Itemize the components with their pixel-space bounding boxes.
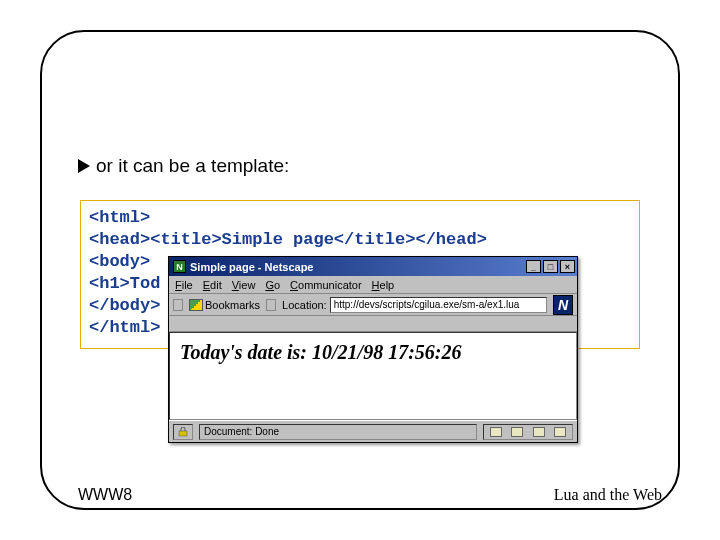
status-tray-icon[interactable] [554, 427, 566, 437]
page-heading: Today's date is: 10/21/98 17:56:26 [180, 341, 566, 364]
menu-bar: File Edit View Go Communicator Help [169, 276, 577, 294]
menu-file[interactable]: File [175, 279, 193, 291]
window-controls: _ □ × [526, 260, 575, 273]
netscape-app-icon: N [173, 260, 186, 273]
status-bar: Document: Done [169, 420, 577, 442]
links-bar [169, 316, 577, 332]
toolbar-grip-icon[interactable] [173, 299, 183, 311]
location-input[interactable]: http://devs/scripts/cgilua.exe/sm-a/ex1.… [330, 297, 547, 313]
bullet-text: or it can be a template: [96, 155, 289, 177]
footer-left: WWW8 [78, 486, 132, 504]
code-line: <h1>Tod [89, 274, 160, 293]
bullet-item: or it can be a template: [78, 155, 289, 177]
svg-rect-1 [179, 431, 187, 436]
window-title: Simple page - Netscape [190, 261, 522, 273]
menu-edit[interactable]: Edit [203, 279, 222, 291]
maximize-button[interactable]: □ [543, 260, 558, 273]
code-line: <head><title>Simple page</title></head> [89, 230, 487, 249]
menu-communicator[interactable]: Communicator [290, 279, 362, 291]
bookmarks-icon [189, 299, 203, 311]
code-line: </body> [89, 296, 160, 315]
browser-content: Today's date is: 10/21/98 17:56:26 [169, 332, 577, 420]
location-bar: Location: http://devs/scripts/cgilua.exe… [282, 297, 547, 313]
toolbar: Bookmarks Location: http://devs/scripts/… [169, 294, 577, 316]
status-text: Document: Done [199, 424, 477, 440]
netscape-logo-icon: N [553, 295, 573, 315]
menu-go[interactable]: Go [265, 279, 280, 291]
svg-marker-0 [78, 159, 90, 173]
bullet-arrow-icon [78, 159, 90, 173]
code-line: </html> [89, 318, 160, 337]
location-value: http://devs/scripts/cgilua.exe/sm-a/ex1.… [334, 299, 520, 310]
menu-help[interactable]: Help [372, 279, 395, 291]
status-message: Document: Done [204, 426, 279, 437]
bookmarks-label: Bookmarks [205, 299, 260, 311]
menu-view[interactable]: View [232, 279, 256, 291]
drag-handle-icon[interactable] [266, 299, 276, 311]
footer-right: Lua and the Web [554, 486, 662, 504]
code-line: <html> [89, 208, 150, 227]
minimize-button[interactable]: _ [526, 260, 541, 273]
status-tray-icon[interactable] [533, 427, 545, 437]
status-tray [483, 424, 573, 440]
close-button[interactable]: × [560, 260, 575, 273]
code-line: <body> [89, 252, 150, 271]
location-label: Location: [282, 299, 327, 311]
status-tray-icon[interactable] [511, 427, 523, 437]
bookmarks-button[interactable]: Bookmarks [189, 299, 260, 311]
title-bar: N Simple page - Netscape _ □ × [169, 257, 577, 276]
status-tray-icon[interactable] [490, 427, 502, 437]
netscape-window: N Simple page - Netscape _ □ × File Edit… [168, 256, 578, 443]
security-lock-icon[interactable] [173, 424, 193, 440]
